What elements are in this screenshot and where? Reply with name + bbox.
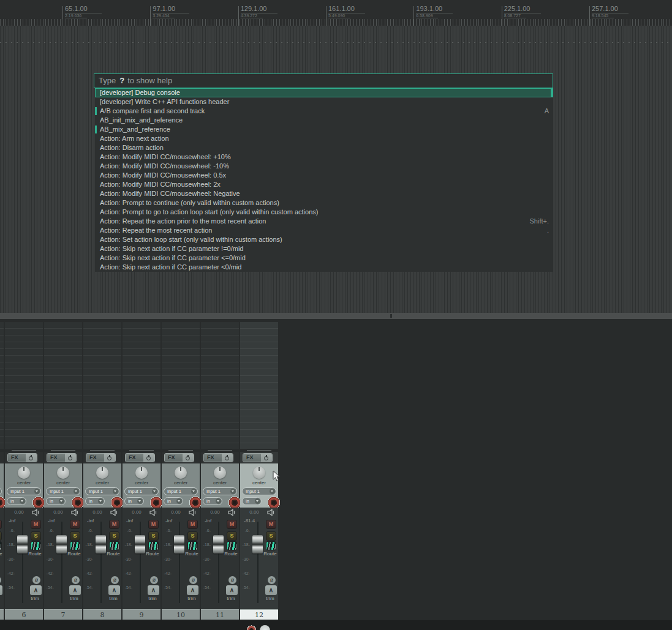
route-button[interactable] (148, 541, 159, 550)
phase-button[interactable]: ø (189, 576, 197, 584)
strip-resize-handle[interactable] (90, 450, 115, 451)
route-button[interactable] (0, 541, 2, 550)
fx-button[interactable]: FX (164, 453, 194, 462)
fader-track[interactable] (61, 522, 62, 603)
fx-button[interactable]: FX (203, 453, 233, 462)
fader-handle[interactable] (252, 535, 263, 553)
action-list-item[interactable]: Action: Skip next action if CC parameter… (95, 244, 553, 253)
fx-insert-slots[interactable] (162, 322, 200, 449)
input-select[interactable]: Input 1 (124, 487, 159, 495)
monitor-select[interactable]: in (46, 497, 66, 505)
solo-button[interactable]: S (187, 531, 198, 541)
input-select[interactable]: Input 1 (0, 487, 2, 495)
trim-button[interactable]: ∧ (30, 585, 42, 595)
track-number[interactable]: 7 (44, 609, 82, 620)
track-number[interactable]: 9 (123, 609, 160, 620)
fx-insert-slots[interactable] (0, 322, 4, 449)
fx-bypass-button[interactable] (183, 454, 194, 462)
monitor-select[interactable]: in (7, 497, 26, 505)
action-list-item[interactable]: Action: Skip next action if CC parameter… (95, 263, 553, 272)
fx-bypass-button[interactable] (26, 454, 37, 462)
monitor-select[interactable]: in (203, 497, 222, 505)
fx-button[interactable]: FX (7, 453, 37, 462)
mute-button[interactable]: M (0, 520, 2, 529)
knob-icon[interactable] (260, 625, 270, 630)
mute-button[interactable]: M (109, 520, 119, 529)
fx-insert-slots[interactable] (83, 322, 121, 449)
fader-handle[interactable] (174, 535, 184, 553)
action-list-item[interactable]: Action: Disarm action (95, 143, 553, 152)
fader-handle[interactable] (135, 535, 145, 553)
trim-button[interactable]: ∧ (187, 585, 198, 595)
fader-handle[interactable] (96, 535, 106, 553)
mute-button[interactable]: M (148, 520, 159, 529)
fader-handle[interactable] (213, 535, 224, 553)
phase-button[interactable]: ø (32, 576, 40, 584)
trim-button[interactable]: ∧ (69, 585, 81, 595)
strip-resize-handle[interactable] (129, 450, 154, 451)
pan-knob[interactable] (96, 467, 108, 479)
speaker-icon[interactable] (110, 509, 119, 516)
solo-button[interactable]: S (31, 531, 41, 541)
splitter-grip-icon[interactable] (390, 314, 392, 318)
solo-button[interactable]: S (266, 531, 276, 541)
route-button[interactable] (31, 541, 41, 550)
monitor-select[interactable]: in (124, 497, 144, 505)
track-number[interactable]: 11 (201, 609, 239, 620)
monitor-select[interactable]: in (164, 497, 183, 505)
fader-handle[interactable] (56, 535, 67, 553)
speaker-icon[interactable] (71, 509, 80, 516)
fx-insert-slots[interactable] (5, 322, 43, 449)
strip-resize-handle[interactable] (208, 450, 232, 451)
fx-button[interactable]: FX (125, 453, 155, 462)
timeline-ruler[interactable]: 65.1.00 2:19.636 97.1.00 3:29.454 129.1.… (0, 0, 672, 26)
pan-knob[interactable] (18, 467, 30, 479)
track-number[interactable]: 10 (162, 609, 200, 620)
strip-resize-handle[interactable] (168, 450, 193, 451)
trim-button[interactable]: ∧ (226, 585, 238, 595)
route-button[interactable] (109, 541, 119, 550)
solo-button[interactable]: S (70, 531, 80, 541)
action-list-item[interactable]: A/B compare first and second track A (95, 107, 553, 116)
monitor-select[interactable]: in (242, 497, 262, 505)
action-list-item[interactable]: Action: Modify MIDI CC/mousewheel: Negat… (95, 189, 553, 198)
trim-button[interactable]: ∧ (108, 585, 120, 595)
speaker-icon[interactable] (32, 509, 40, 516)
fx-bypass-button[interactable] (261, 454, 272, 462)
phase-button[interactable]: ø (0, 576, 1, 584)
fx-insert-slots[interactable] (44, 322, 82, 449)
input-select[interactable]: Input 1 (7, 487, 41, 495)
track-number[interactable]: 6 (5, 609, 43, 620)
solo-button[interactable]: S (0, 531, 2, 541)
action-list-item[interactable]: Action: Set action loop start (only vali… (95, 235, 553, 244)
fader-track[interactable] (22, 522, 23, 603)
input-select[interactable]: Input 1 (164, 487, 198, 495)
fader-handle[interactable] (17, 535, 28, 553)
mute-button[interactable]: M (187, 520, 198, 529)
mute-button[interactable]: M (266, 520, 276, 529)
speaker-icon[interactable] (267, 509, 276, 516)
fx-bypass-button[interactable] (65, 454, 76, 462)
pan-knob[interactable] (175, 467, 187, 479)
pan-knob[interactable] (253, 467, 265, 479)
fx-insert-slots[interactable] (123, 322, 160, 449)
solo-button[interactable]: S (227, 531, 237, 541)
track-number[interactable]: 5 (0, 609, 4, 620)
route-button[interactable] (70, 541, 80, 550)
phase-button[interactable]: ø (150, 576, 158, 584)
action-list-item[interactable]: [developer] Write C++ API functions head… (95, 97, 553, 107)
route-button[interactable] (266, 541, 276, 550)
monitor-select[interactable]: in (85, 497, 105, 505)
horizontal-splitter[interactable] (0, 313, 672, 319)
scrollbar-thumb[interactable] (551, 88, 553, 97)
pan-knob[interactable] (57, 467, 69, 479)
speaker-icon[interactable] (228, 509, 236, 516)
action-list-item[interactable]: Action: Modify MIDI CC/mousewheel: 0.5x (95, 171, 553, 180)
track-number[interactable]: 8 (83, 609, 121, 620)
fader-track[interactable] (218, 522, 219, 603)
action-list-item[interactable]: Action: Repeat the most recent action . (95, 226, 553, 235)
fx-insert-slots[interactable] (201, 322, 239, 449)
solo-button[interactable]: S (109, 531, 119, 541)
action-list-item[interactable]: Action: Modify MIDI CC/mousewheel: 2x (95, 180, 553, 189)
fader-track[interactable] (257, 522, 259, 603)
